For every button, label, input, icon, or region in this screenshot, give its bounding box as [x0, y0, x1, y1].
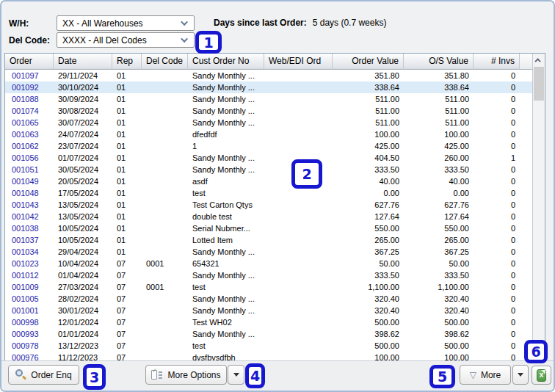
cell-ordervalue: 338.64	[333, 81, 404, 93]
export-excel-button[interactable]: x	[532, 366, 551, 385]
header-cell-delcode[interactable]: Del Code	[142, 54, 188, 70]
table-row[interactable]: 00108830/09/202401Sandy Monthly ...511.0…	[5, 93, 532, 105]
table-row[interactable]: 00109729/11/202401Sandy Monthly ...351.8…	[5, 70, 532, 81]
table-row[interactable]: 00104313/05/202401Test Carton Qtys627.76…	[5, 199, 532, 211]
table-row[interactable]: 00100927/03/2024070001test1,100.001,100.…	[5, 281, 532, 293]
table-row[interactable]: 00104920/05/202401asdf40.0040.000	[5, 175, 532, 187]
cell-osvalue: 40.00	[404, 175, 474, 187]
cell-webedi	[264, 187, 333, 199]
cell-rep: 01	[112, 81, 142, 93]
cell-date: 28/02/2024	[54, 293, 112, 305]
header-cell-order[interactable]: Order	[5, 54, 54, 70]
cell-custorder: Sandy Monthly ...	[188, 269, 264, 281]
table-row[interactable]: 00097813/12/202307test500.00500.000	[5, 340, 532, 352]
cell-ordervalue: 127.64	[333, 211, 404, 222]
cell-rep: 01	[112, 175, 142, 187]
cell-delcode	[142, 152, 188, 164]
cell-ordervalue: 100.00	[333, 128, 404, 140]
cell-date: 01/01/2024	[54, 328, 112, 340]
cell-custorder: Sandy Monthly ...	[188, 117, 264, 128]
cell-custorder: Serial Nubmer...	[188, 222, 264, 234]
table-row[interactable]: 00100130/01/202407Sandy Monthly ...320.4…	[5, 305, 532, 316]
header-cell-rep[interactable]: Rep	[112, 54, 142, 70]
cell-order: 001034	[5, 246, 54, 258]
cell-delcode: 0001	[142, 281, 188, 293]
cell-custorder: Sandy Monthly ...	[188, 105, 264, 117]
table-row[interactable]: 00106223/07/2024011425.00425.000	[5, 140, 532, 152]
cell-webedi	[264, 117, 333, 128]
cell-order: 001074	[5, 105, 54, 117]
scrollbar-thumb[interactable]	[534, 67, 544, 101]
cell-order: 000998	[5, 316, 54, 328]
table-row[interactable]: 00100528/02/202407Sandy Monthly ...320.4…	[5, 293, 532, 305]
cell-rep: 01	[112, 246, 142, 258]
cell-rep: 01	[112, 105, 142, 117]
chevron-down-icon	[181, 35, 188, 43]
vertical-scrollbar[interactable]	[532, 54, 545, 363]
cell-order: 001092	[5, 81, 54, 93]
table-row[interactable]: 00103810/05/202401Serial Nubmer...550.00…	[5, 222, 532, 234]
cell-order: 001009	[5, 281, 54, 293]
cell-custorder: Sandy Monthly ...	[188, 246, 264, 258]
cell-invs: 1	[474, 152, 520, 164]
table-row[interactable]: 00099301/01/202407Sandy Monthly ...398.6…	[5, 328, 532, 340]
cell-invs: 0	[474, 187, 520, 199]
warehouse-select[interactable]: XX - All Warehouses	[57, 15, 195, 31]
header-cell-date[interactable]: Date	[54, 54, 112, 70]
table-row[interactable]: 00101201/04/202407Sandy Monthly ...333.5…	[5, 269, 532, 281]
order-enq-button[interactable]: Order Enq	[8, 365, 79, 385]
header-cell-osvalue[interactable]: O/S Value	[404, 54, 474, 70]
annotation-marker-4: 4	[245, 363, 265, 388]
header-cell-custorder[interactable]: Cust Order No	[188, 54, 264, 70]
cell-osvalue: 333.50	[404, 164, 474, 175]
table-row[interactable]: 00104213/05/202401double test127.64127.6…	[5, 211, 532, 222]
table-row[interactable]: 00099812/01/202407Test WH02500.00500.000	[5, 316, 532, 328]
cell-webedi	[264, 199, 333, 211]
header-cell-webedi[interactable]: Web/EDI Ord	[264, 54, 333, 70]
cell-custorder: Sandy Monthly ...	[188, 70, 264, 81]
table-body: 00109729/11/202401Sandy Monthly ...351.8…	[5, 70, 532, 363]
cell-osvalue: 260.00	[404, 152, 474, 164]
header-cell-ordervalue[interactable]: Order Value	[333, 54, 404, 70]
warehouse-select-value: XX - All Warehouses	[62, 18, 143, 29]
more-button[interactable]: ▽ More	[460, 365, 511, 385]
cell-osvalue: 511.00	[404, 93, 474, 105]
cell-delcode	[142, 211, 188, 222]
more-options-button[interactable]: ✓ More Options	[145, 365, 227, 385]
cell-date: 30/10/2024	[54, 81, 112, 93]
table-row[interactable]: 00107430/08/202401Sandy Monthly ...511.0…	[5, 105, 532, 117]
options-list-icon: ✓	[151, 370, 163, 380]
cell-rep: 01	[112, 199, 142, 211]
cell-order: 001037	[5, 234, 54, 246]
table-row[interactable]: 00103429/04/202401Sandy Monthly ...367.2…	[5, 246, 532, 258]
cell-osvalue: 1,100.00	[404, 281, 474, 293]
cell-invs: 0	[474, 164, 520, 175]
delcode-select[interactable]: XXXX - All Del Codes	[57, 32, 195, 48]
table-row[interactable]: 00105130/05/202401Sandy Monthly ...333.5…	[5, 164, 532, 175]
cell-rep: 01	[112, 140, 142, 152]
cell-osvalue: 50.00	[404, 258, 474, 269]
table-row[interactable]: 00104817/05/202401test0.000.000	[5, 187, 532, 199]
table-row[interactable]: 00106530/07/202401Sandy Monthly ...511.0…	[5, 117, 532, 128]
table-row[interactable]: 00103710/05/202401Lotted Item265.00265.0…	[5, 234, 532, 246]
cell-order: 001088	[5, 93, 54, 105]
table-row[interactable]: 00102310/04/202407000165432150.0050.000	[5, 258, 532, 269]
table-row[interactable]: 00106324/07/202401dfedfdf100.00100.000	[5, 128, 532, 140]
table-row[interactable]: 00109230/10/202401Sandy Monthly ...338.6…	[5, 81, 532, 93]
scroll-up-button[interactable]	[533, 54, 545, 66]
header-cell-invs[interactable]: # Invs	[474, 54, 520, 70]
cell-custorder: Sandy Monthly ...	[188, 293, 264, 305]
cell-rep: 07	[112, 269, 142, 281]
cell-osvalue: 338.64	[404, 81, 474, 93]
table-row[interactable]: 00105601/07/202401Sandy Monthly ...404.5…	[5, 152, 532, 164]
more-dropdown-button[interactable]	[512, 365, 529, 385]
cell-order: 001043	[5, 199, 54, 211]
cell-date: 23/07/2024	[54, 140, 112, 152]
cell-webedi	[264, 269, 333, 281]
cell-custorder: 654321	[188, 258, 264, 269]
more-options-dropdown-button[interactable]	[228, 365, 244, 385]
cell-date: 01/04/2024	[54, 269, 112, 281]
cell-webedi	[264, 281, 333, 293]
cell-ordervalue: 425.00	[333, 140, 404, 152]
cell-osvalue: 0.00	[404, 187, 474, 199]
